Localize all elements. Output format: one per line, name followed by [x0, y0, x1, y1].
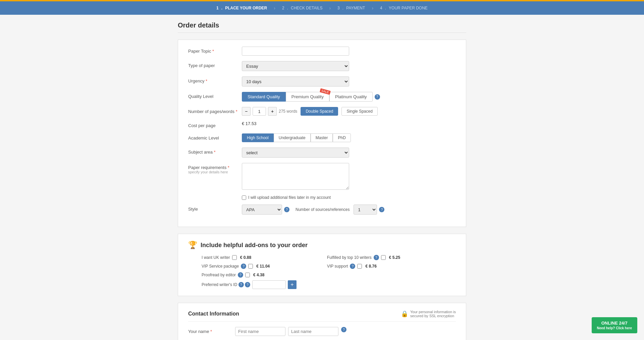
- preferred-writer-help-icon[interactable]: ?: [238, 282, 244, 287]
- addon-top10-label: Fulfilled by top 10 writers: [327, 255, 372, 260]
- quality-premium-label: Premium Quality: [291, 94, 324, 99]
- online-chat-title: ONLINE 24/7: [601, 321, 628, 326]
- sources-label: Number of sources/references: [296, 207, 350, 212]
- single-spaced-button[interactable]: Single Spaced: [341, 107, 377, 116]
- preferred-writer-label: Preferred writer's ID ? ?: [202, 282, 250, 287]
- addons-title: Include helpful add-ons to your order: [201, 242, 308, 249]
- academic-level-control: High School Undergraduate Master PhD: [242, 133, 456, 142]
- quality-level-control: Standard Quality Premium Quality SALE Pl…: [242, 92, 456, 102]
- ssl-info: 🔒 Your personal information issecured by…: [401, 310, 456, 318]
- pages-input[interactable]: [253, 107, 266, 116]
- contact-section: Contact Information 🔒 Your personal info…: [178, 303, 466, 340]
- quality-button-group: Standard Quality Premium Quality SALE Pl…: [242, 92, 373, 102]
- addon-vip-package-label: VIP Service package: [202, 264, 239, 269]
- paper-topic-label: Paper Topic *: [188, 47, 242, 54]
- online-chat-subtitle: Need help? Click here: [597, 326, 632, 330]
- sources-select[interactable]: 1 2 3 4 5: [354, 205, 377, 215]
- paper-requirements-row: Paper requirements * specify your detail…: [188, 163, 456, 190]
- double-spaced-button[interactable]: Double Spaced: [301, 107, 338, 116]
- paper-topic-control: [242, 47, 456, 56]
- online-chat-button[interactable]: ONLINE 24/7 Need help? Click here: [592, 317, 637, 333]
- addon-vip-support-checkbox[interactable]: [357, 264, 362, 269]
- paper-requirements-label: Paper requirements * specify your detail…: [188, 163, 242, 174]
- addon-top10-price: € 5.25: [389, 255, 400, 260]
- academic-undergraduate-button[interactable]: Undergraduate: [274, 133, 311, 142]
- step-4-label: 4: [380, 6, 382, 10]
- type-of-paper-select[interactable]: Essay Research Paper Coursework Disserta…: [242, 61, 349, 71]
- step-2-label: 2: [282, 6, 284, 10]
- cost-value: € 17.53: [242, 121, 256, 126]
- addon-uk-writer: I want UK writer € 0.88: [202, 255, 317, 260]
- style-label: Style: [188, 205, 242, 212]
- subject-area-select[interactable]: select Literature Mathematics Science Hi…: [242, 148, 349, 158]
- type-of-paper-row: Type of paper Essay Research Paper Cours…: [188, 61, 456, 71]
- academic-button-group: High School Undergraduate Master PhD: [242, 133, 351, 142]
- your-name-label: Your name *: [188, 329, 235, 334]
- preferred-writer-help-icon2[interactable]: ?: [245, 282, 250, 287]
- decrement-button[interactable]: −: [242, 107, 251, 116]
- addon-uk-writer-price: € 0.88: [240, 255, 251, 260]
- addon-proofread-label: Proofread by editor: [202, 273, 236, 277]
- last-name-input[interactable]: [288, 327, 338, 336]
- name-help-icon[interactable]: ?: [341, 327, 346, 332]
- style-select[interactable]: APA MLA Chicago Harvard: [242, 205, 282, 215]
- add-writer-button[interactable]: +: [288, 280, 297, 289]
- writer-id-input[interactable]: [252, 280, 286, 289]
- addon-top10-help-icon[interactable]: ?: [374, 255, 379, 260]
- addon-top10: Fulfilled by top 10 writers ? € 5.25: [327, 255, 442, 260]
- order-form-card: Paper Topic * Type of paper Essay Resear…: [178, 40, 466, 227]
- paper-topic-input[interactable]: [242, 47, 349, 56]
- sources-help-icon[interactable]: ?: [379, 207, 384, 212]
- pages-row: Number of pages/words * − + 275 words Do…: [188, 107, 456, 116]
- cost-per-page-control: € 17.53: [242, 121, 456, 126]
- contact-title: Contact Information: [188, 311, 239, 317]
- addon-vip-package-checkbox[interactable]: [248, 264, 253, 269]
- subject-area-row: Subject area * select Literature Mathema…: [188, 148, 456, 158]
- addon-top10-checkbox[interactable]: [381, 255, 386, 260]
- step-2: 2. CHECK DETAILS: [275, 6, 329, 10]
- page-title: Order details: [178, 21, 466, 33]
- academic-level-label: Academic Level: [188, 133, 242, 140]
- urgency-label: Urgency *: [188, 76, 242, 83]
- quality-help-icon[interactable]: ?: [375, 94, 380, 100]
- increment-button[interactable]: +: [268, 107, 277, 116]
- quality-standard-button[interactable]: Standard Quality: [242, 92, 286, 102]
- academic-master-button[interactable]: Master: [311, 133, 333, 142]
- trophy-icon: 🏆: [188, 241, 197, 249]
- pages-control: − + 275 words Double Spaced Single Space…: [242, 107, 456, 116]
- quality-premium-button[interactable]: Premium Quality SALE: [286, 92, 329, 102]
- addon-uk-writer-checkbox[interactable]: [232, 255, 237, 260]
- upload-later-row: I will upload additional files later in …: [242, 195, 456, 200]
- quality-platinum-button[interactable]: Platinum Quality: [329, 92, 373, 102]
- contact-header: Contact Information 🔒 Your personal info…: [188, 310, 456, 322]
- paper-requirements-textarea[interactable]: [242, 163, 349, 190]
- subject-area-label: Subject area *: [188, 148, 242, 155]
- step-1: 1. PLACE YOUR ORDER: [210, 6, 274, 10]
- addon-vip-support-help-icon[interactable]: ?: [350, 264, 355, 269]
- quality-level-label: Quality Level: [188, 92, 242, 99]
- words-label: 275 words: [279, 109, 297, 114]
- first-name-input[interactable]: [235, 327, 285, 336]
- addon-vip-package: VIP Service package ? € 11.04: [202, 264, 317, 269]
- subject-area-control: select Literature Mathematics Science Hi…: [242, 148, 456, 158]
- lock-icon: 🔒: [401, 310, 408, 318]
- steps-nav: 1. PLACE YOUR ORDER › 2. CHECK DETAILS ›…: [0, 1, 644, 15]
- upload-later-checkbox[interactable]: [242, 195, 246, 200]
- addon-vip-package-price: € 11.04: [256, 264, 270, 269]
- addon-proofread-checkbox[interactable]: [245, 273, 250, 277]
- academic-phd-button[interactable]: PhD: [333, 133, 351, 142]
- quality-level-row: Quality Level Standard Quality Premium Q…: [188, 92, 456, 102]
- step-3-label: 3: [337, 6, 340, 10]
- addon-vip-package-help-icon[interactable]: ?: [241, 264, 246, 269]
- ssl-text: Your personal information issecured by S…: [410, 310, 456, 318]
- preferred-writer-row: Preferred writer's ID ? ? +: [188, 280, 456, 289]
- step-3: 3. PAYMENT: [331, 6, 372, 10]
- academic-highschool-button[interactable]: High School: [242, 133, 274, 142]
- style-help-icon[interactable]: ?: [284, 207, 289, 212]
- addon-proofread-help-icon[interactable]: ?: [238, 272, 243, 278]
- style-control: APA MLA Chicago Harvard ? Number of sour…: [242, 205, 456, 215]
- addon-vip-support-price: € 8.76: [365, 264, 376, 269]
- type-of-paper-control: Essay Research Paper Coursework Disserta…: [242, 61, 456, 71]
- urgency-select[interactable]: 10 days 7 days 5 days 3 days 2 days 24 h…: [242, 76, 349, 87]
- pages-label: Number of pages/words *: [188, 107, 242, 114]
